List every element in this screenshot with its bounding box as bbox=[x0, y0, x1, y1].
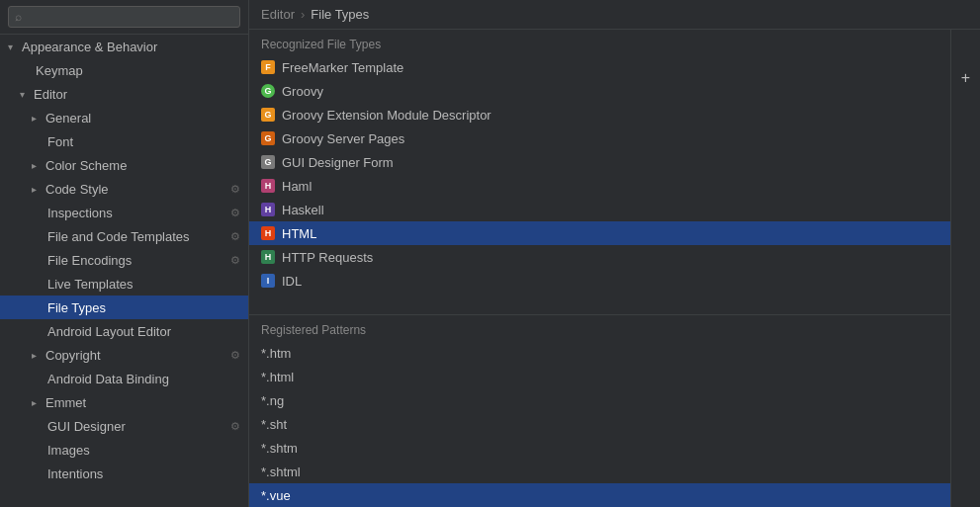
pattern-label: *.shtml bbox=[261, 465, 301, 479]
file-type-icon: G bbox=[261, 131, 275, 145]
search-input[interactable] bbox=[8, 6, 240, 28]
sidebar-item-label: GUI Designer bbox=[47, 419, 126, 434]
file-type-label: Groovy Server Pages bbox=[282, 131, 404, 146]
sidebar-item-label: Keymap bbox=[36, 63, 83, 78]
file-type-icon: H bbox=[261, 203, 275, 216]
expand-arrow: ▸ bbox=[32, 397, 44, 408]
pattern-label: *.ng bbox=[261, 393, 284, 408]
expand-arrow: ▾ bbox=[20, 89, 32, 100]
sidebar-item-intentions[interactable]: Intentions bbox=[0, 462, 248, 485]
sidebar-item-label: Font bbox=[47, 134, 73, 149]
file-type-icon: F bbox=[261, 60, 275, 74]
settings-icon: ⚙ bbox=[230, 183, 240, 196]
file-type-item-idl[interactable]: I IDL bbox=[249, 269, 950, 293]
sidebar-item-code-style[interactable]: ▸Code Style⚙ bbox=[0, 177, 248, 201]
file-type-item-freemarker[interactable]: F FreeMarker Template bbox=[249, 55, 950, 79]
expand-arrow: ▸ bbox=[32, 350, 44, 361]
pattern-item-p4[interactable]: *.sht bbox=[249, 412, 950, 436]
file-type-item-groovy[interactable]: G Groovy bbox=[249, 79, 950, 103]
pattern-label: *.sht bbox=[261, 417, 287, 432]
sidebar-item-general[interactable]: ▸General bbox=[0, 106, 248, 129]
sidebar-item-label: Android Data Binding bbox=[47, 372, 169, 386]
file-type-item-html[interactable]: H HTML bbox=[249, 221, 950, 245]
sidebar-item-android-data-binding[interactable]: Android Data Binding bbox=[0, 367, 248, 390]
file-type-item-gui-designer[interactable]: G GUI Designer Form bbox=[249, 150, 950, 174]
recognized-header: Recognized File Types bbox=[249, 30, 950, 55]
content-panels: Recognized File Types F FreeMarker Templ… bbox=[249, 30, 980, 507]
breadcrumb-bar: Editor › File Types bbox=[249, 0, 980, 30]
file-type-label: Groovy bbox=[282, 84, 323, 99]
pattern-item-p6[interactable]: *.shtml bbox=[249, 460, 950, 483]
patterns-list: *.htm*.html*.ng*.sht*.shtm*.shtml*.vue bbox=[249, 341, 950, 507]
sidebar-item-label: Intentions bbox=[47, 466, 103, 481]
sidebar-item-file-types[interactable]: File Types bbox=[0, 296, 248, 319]
file-type-item-groovy-ext[interactable]: G Groovy Extension Module Descriptor bbox=[249, 103, 950, 127]
file-type-item-groovy-pages[interactable]: G Groovy Server Pages bbox=[249, 127, 950, 150]
file-type-label: FreeMarker Template bbox=[282, 60, 403, 75]
file-type-icon: G bbox=[261, 84, 275, 98]
file-type-label: HTTP Requests bbox=[282, 250, 373, 265]
file-type-icon: G bbox=[261, 155, 275, 169]
sidebar-item-label: File Encodings bbox=[47, 253, 132, 268]
file-type-item-http-requests[interactable]: H HTTP Requests bbox=[249, 245, 950, 269]
file-type-label: Haml bbox=[282, 179, 312, 194]
expand-arrow: ▸ bbox=[32, 113, 44, 124]
file-type-icon: H bbox=[261, 226, 275, 240]
sidebar-item-label: Inspections bbox=[47, 206, 113, 220]
sidebar-item-label: Copyright bbox=[45, 348, 101, 363]
recognized-panel: Recognized File Types F FreeMarker Templ… bbox=[249, 30, 950, 507]
file-type-icon: H bbox=[261, 250, 275, 264]
file-type-item-haml[interactable]: H Haml bbox=[249, 174, 950, 198]
expand-arrow: ▸ bbox=[32, 160, 44, 171]
pattern-label: *.htm bbox=[261, 346, 291, 361]
sidebar-item-copyright[interactable]: ▸Copyright⚙ bbox=[0, 343, 248, 367]
file-type-label: HTML bbox=[282, 226, 316, 241]
pattern-item-p2[interactable]: *.html bbox=[249, 365, 950, 388]
breadcrumb-current: File Types bbox=[311, 7, 369, 22]
main-content: Editor › File Types Recognized File Type… bbox=[249, 0, 980, 507]
sidebar: ▾Appearance & BehaviorKeymap▾Editor▸Gene… bbox=[0, 0, 249, 507]
pattern-item-p7[interactable]: *.vue bbox=[249, 483, 950, 507]
sidebar-item-label: Images bbox=[47, 443, 90, 458]
file-type-label: GUI Designer Form bbox=[282, 155, 394, 170]
sidebar-item-images[interactable]: Images bbox=[0, 438, 248, 462]
sidebar-item-editor[interactable]: ▾Editor bbox=[0, 82, 248, 106]
sidebar-item-label: Code Style bbox=[45, 182, 109, 197]
sidebar-item-inspections[interactable]: Inspections⚙ bbox=[0, 201, 248, 224]
settings-icon: ⚙ bbox=[230, 254, 240, 267]
file-type-icon: G bbox=[261, 108, 275, 122]
sidebar-item-emmet[interactable]: ▸Emmet bbox=[0, 390, 248, 414]
pattern-item-p3[interactable]: *.ng bbox=[249, 388, 950, 412]
add-button[interactable]: + bbox=[957, 69, 975, 87]
file-type-item-haskell[interactable]: H Haskell bbox=[249, 198, 950, 221]
main-layout: ▾Appearance & BehaviorKeymap▾Editor▸Gene… bbox=[0, 0, 980, 507]
pattern-item-p1[interactable]: *.htm bbox=[249, 341, 950, 365]
sidebar-item-appearance[interactable]: ▾Appearance & Behavior bbox=[0, 35, 248, 58]
sidebar-item-label: File and Code Templates bbox=[47, 229, 190, 244]
sidebar-item-live-templates[interactable]: Live Templates bbox=[0, 272, 248, 296]
side-buttons: + bbox=[950, 30, 980, 507]
patterns-header: Registered Patterns bbox=[249, 314, 950, 341]
pattern-label: *.html bbox=[261, 370, 294, 384]
pattern-label: *.shtm bbox=[261, 441, 298, 456]
pattern-item-p5[interactable]: *.shtm bbox=[249, 436, 950, 460]
sidebar-item-label: Android Layout Editor bbox=[47, 324, 171, 339]
sidebar-item-keymap[interactable]: Keymap bbox=[0, 58, 248, 82]
sidebar-content: ▾Appearance & BehaviorKeymap▾Editor▸Gene… bbox=[0, 35, 248, 507]
sidebar-item-color-scheme[interactable]: ▸Color Scheme bbox=[0, 153, 248, 177]
sidebar-item-label: Color Scheme bbox=[45, 158, 127, 173]
sidebar-item-label: Editor bbox=[34, 87, 67, 102]
file-type-label: Groovy Extension Module Descriptor bbox=[282, 108, 491, 123]
expand-arrow: ▾ bbox=[8, 42, 20, 52]
sidebar-item-file-encodings[interactable]: File Encodings⚙ bbox=[0, 248, 248, 272]
sidebar-item-font[interactable]: Font bbox=[0, 129, 248, 153]
file-type-label: Haskell bbox=[282, 203, 324, 217]
breadcrumb-parent: Editor bbox=[261, 7, 295, 22]
settings-icon: ⚙ bbox=[230, 207, 240, 219]
sidebar-item-label: Appearance & Behavior bbox=[22, 40, 157, 54]
sidebar-item-android-layout-editor[interactable]: Android Layout Editor bbox=[0, 319, 248, 343]
breadcrumb-sep: › bbox=[301, 7, 305, 22]
sidebar-item-file-and-code-templates[interactable]: File and Code Templates⚙ bbox=[0, 224, 248, 248]
sidebar-item-gui-designer[interactable]: GUI Designer⚙ bbox=[0, 414, 248, 438]
search-box[interactable] bbox=[0, 0, 248, 35]
